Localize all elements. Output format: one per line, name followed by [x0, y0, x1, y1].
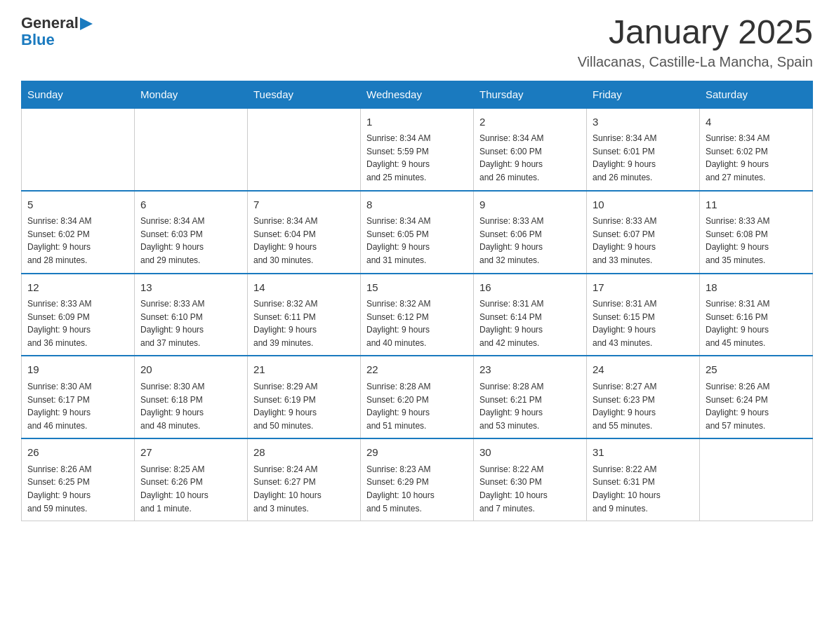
day-number: 4 — [706, 114, 807, 130]
calendar-cell: 12Sunrise: 8:33 AMSunset: 6:09 PMDayligh… — [22, 274, 135, 356]
day-number: 30 — [479, 445, 581, 461]
calendar-cell: 11Sunrise: 8:33 AMSunset: 6:08 PMDayligh… — [700, 191, 813, 274]
day-info: Sunrise: 8:26 AMSunset: 6:25 PMDaylight:… — [27, 463, 128, 515]
week-row-1: 1Sunrise: 8:34 AMSunset: 5:59 PMDaylight… — [22, 108, 813, 191]
week-row-3: 12Sunrise: 8:33 AMSunset: 6:09 PMDayligh… — [22, 274, 813, 356]
day-info: Sunrise: 8:33 AMSunset: 6:08 PMDaylight:… — [706, 215, 807, 267]
day-number: 7 — [253, 197, 355, 213]
calendar-cell: 9Sunrise: 8:33 AMSunset: 6:06 PMDaylight… — [474, 191, 587, 274]
calendar-cell: 18Sunrise: 8:31 AMSunset: 6:16 PMDayligh… — [700, 274, 813, 356]
day-header-sunday: Sunday — [22, 81, 135, 108]
day-info: Sunrise: 8:26 AMSunset: 6:24 PMDaylight:… — [706, 380, 807, 432]
day-info: Sunrise: 8:34 AMSunset: 6:02 PMDaylight:… — [27, 215, 128, 267]
calendar-cell: 10Sunrise: 8:33 AMSunset: 6:07 PMDayligh… — [587, 191, 700, 274]
day-number: 16 — [479, 280, 581, 296]
calendar-cell: 3Sunrise: 8:34 AMSunset: 6:01 PMDaylight… — [587, 108, 700, 191]
day-info: Sunrise: 8:28 AMSunset: 6:21 PMDaylight:… — [479, 380, 581, 432]
day-number: 24 — [593, 362, 694, 378]
calendar-cell: 8Sunrise: 8:34 AMSunset: 6:05 PMDaylight… — [361, 191, 474, 274]
day-number: 21 — [253, 362, 355, 378]
calendar-cell — [135, 108, 248, 191]
calendar-cell: 23Sunrise: 8:28 AMSunset: 6:21 PMDayligh… — [474, 356, 587, 438]
day-info: Sunrise: 8:31 AMSunset: 6:15 PMDaylight:… — [593, 297, 694, 349]
day-number: 13 — [140, 280, 241, 296]
month-title: January 2025 — [578, 14, 813, 51]
day-number: 11 — [706, 197, 807, 213]
day-info: Sunrise: 8:34 AMSunset: 5:59 PMDaylight:… — [366, 132, 468, 184]
day-number: 23 — [479, 362, 581, 378]
day-info: Sunrise: 8:30 AMSunset: 6:17 PMDaylight:… — [27, 380, 128, 432]
calendar-cell: 26Sunrise: 8:26 AMSunset: 6:25 PMDayligh… — [22, 438, 135, 521]
day-number: 19 — [27, 362, 128, 378]
day-number: 6 — [140, 197, 241, 213]
logo-triangle-icon — [80, 18, 93, 30]
day-number: 12 — [27, 280, 128, 296]
week-row-2: 5Sunrise: 8:34 AMSunset: 6:02 PMDaylight… — [22, 191, 813, 274]
day-number: 8 — [366, 197, 468, 213]
day-info: Sunrise: 8:33 AMSunset: 6:06 PMDaylight:… — [479, 215, 581, 267]
day-number: 3 — [593, 114, 694, 130]
day-info: Sunrise: 8:34 AMSunset: 6:00 PMDaylight:… — [479, 132, 581, 184]
logo: General Blue — [21, 14, 93, 49]
day-number: 17 — [593, 280, 694, 296]
calendar-cell: 7Sunrise: 8:34 AMSunset: 6:04 PMDaylight… — [248, 191, 361, 274]
day-number: 27 — [140, 445, 241, 461]
day-info: Sunrise: 8:24 AMSunset: 6:27 PMDaylight:… — [253, 463, 355, 515]
page-header: General Blue January 2025 Villacanas, Ca… — [21, 14, 813, 70]
day-info: Sunrise: 8:34 AMSunset: 6:01 PMDaylight:… — [593, 132, 694, 184]
calendar-cell: 6Sunrise: 8:34 AMSunset: 6:03 PMDaylight… — [135, 191, 248, 274]
calendar-cell: 17Sunrise: 8:31 AMSunset: 6:15 PMDayligh… — [587, 274, 700, 356]
calendar-cell: 21Sunrise: 8:29 AMSunset: 6:19 PMDayligh… — [248, 356, 361, 438]
calendar-cell: 27Sunrise: 8:25 AMSunset: 6:26 PMDayligh… — [135, 438, 248, 521]
day-number: 29 — [366, 445, 468, 461]
day-number: 5 — [27, 197, 128, 213]
calendar-cell: 28Sunrise: 8:24 AMSunset: 6:27 PMDayligh… — [248, 438, 361, 521]
day-headers-row: SundayMondayTuesdayWednesdayThursdayFrid… — [22, 81, 813, 108]
calendar-cell: 16Sunrise: 8:31 AMSunset: 6:14 PMDayligh… — [474, 274, 587, 356]
day-number: 26 — [27, 445, 128, 461]
day-number: 9 — [479, 197, 581, 213]
day-info: Sunrise: 8:32 AMSunset: 6:12 PMDaylight:… — [366, 297, 468, 349]
day-number: 25 — [706, 362, 807, 378]
day-info: Sunrise: 8:34 AMSunset: 6:02 PMDaylight:… — [706, 132, 807, 184]
calendar-cell: 30Sunrise: 8:22 AMSunset: 6:30 PMDayligh… — [474, 438, 587, 521]
calendar-cell: 4Sunrise: 8:34 AMSunset: 6:02 PMDaylight… — [700, 108, 813, 191]
day-info: Sunrise: 8:34 AMSunset: 6:04 PMDaylight:… — [253, 215, 355, 267]
calendar-cell: 15Sunrise: 8:32 AMSunset: 6:12 PMDayligh… — [361, 274, 474, 356]
week-row-5: 26Sunrise: 8:26 AMSunset: 6:25 PMDayligh… — [22, 438, 813, 521]
calendar-cell: 13Sunrise: 8:33 AMSunset: 6:10 PMDayligh… — [135, 274, 248, 356]
day-header-wednesday: Wednesday — [361, 81, 474, 108]
day-info: Sunrise: 8:31 AMSunset: 6:14 PMDaylight:… — [479, 297, 581, 349]
logo-general-text: General — [21, 14, 79, 32]
calendar-cell: 20Sunrise: 8:30 AMSunset: 6:18 PMDayligh… — [135, 356, 248, 438]
calendar-cell: 25Sunrise: 8:26 AMSunset: 6:24 PMDayligh… — [700, 356, 813, 438]
day-number: 18 — [706, 280, 807, 296]
day-info: Sunrise: 8:22 AMSunset: 6:31 PMDaylight:… — [593, 463, 694, 515]
calendar-cell — [22, 108, 135, 191]
logo-blue-text: Blue — [21, 31, 55, 49]
day-info: Sunrise: 8:28 AMSunset: 6:20 PMDaylight:… — [366, 380, 468, 432]
day-header-saturday: Saturday — [700, 81, 813, 108]
day-header-tuesday: Tuesday — [248, 81, 361, 108]
week-row-4: 19Sunrise: 8:30 AMSunset: 6:17 PMDayligh… — [22, 356, 813, 438]
day-info: Sunrise: 8:29 AMSunset: 6:19 PMDaylight:… — [253, 380, 355, 432]
day-info: Sunrise: 8:27 AMSunset: 6:23 PMDaylight:… — [593, 380, 694, 432]
day-number: 1 — [366, 114, 468, 130]
day-info: Sunrise: 8:33 AMSunset: 6:07 PMDaylight:… — [593, 215, 694, 267]
day-number: 15 — [366, 280, 468, 296]
day-info: Sunrise: 8:32 AMSunset: 6:11 PMDaylight:… — [253, 297, 355, 349]
calendar-cell — [700, 438, 813, 521]
day-number: 14 — [253, 280, 355, 296]
day-info: Sunrise: 8:34 AMSunset: 6:05 PMDaylight:… — [366, 215, 468, 267]
location-title: Villacanas, Castille-La Mancha, Spain — [578, 54, 813, 70]
calendar-cell: 29Sunrise: 8:23 AMSunset: 6:29 PMDayligh… — [361, 438, 474, 521]
day-header-thursday: Thursday — [474, 81, 587, 108]
day-info: Sunrise: 8:34 AMSunset: 6:03 PMDaylight:… — [140, 215, 241, 267]
svg-marker-0 — [80, 18, 93, 30]
day-info: Sunrise: 8:23 AMSunset: 6:29 PMDaylight:… — [366, 463, 468, 515]
calendar-cell: 5Sunrise: 8:34 AMSunset: 6:02 PMDaylight… — [22, 191, 135, 274]
day-number: 31 — [593, 445, 694, 461]
calendar-cell: 31Sunrise: 8:22 AMSunset: 6:31 PMDayligh… — [587, 438, 700, 521]
day-info: Sunrise: 8:25 AMSunset: 6:26 PMDaylight:… — [140, 463, 241, 515]
calendar-cell: 22Sunrise: 8:28 AMSunset: 6:20 PMDayligh… — [361, 356, 474, 438]
